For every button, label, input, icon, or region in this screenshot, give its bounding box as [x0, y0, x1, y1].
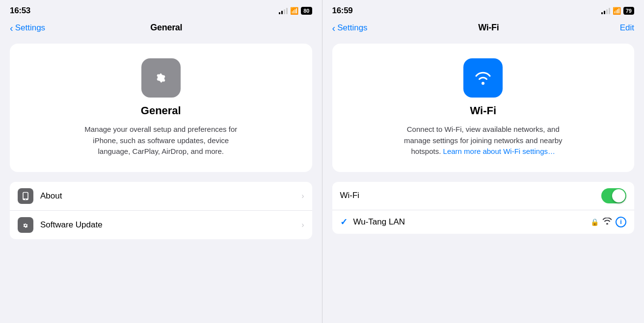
nav-bar-right: ‹ Settings Wi-Fi Edit — [322, 19, 644, 39]
battery-left: 80 — [301, 7, 312, 15]
general-panel: 16:53 📶 80 ‹ Settings General — [0, 0, 322, 323]
wifi-content: Wi-Fi Connect to Wi-Fi, view available n… — [322, 39, 644, 323]
wifi-app-icon — [463, 58, 503, 98]
wifi-network-icons: 🔒 i — [590, 217, 626, 227]
status-bar-left: 16:53 📶 80 — [0, 0, 322, 19]
about-icon — [18, 188, 33, 204]
wifi-toggle-row: Wi-Fi — [332, 182, 635, 210]
signal-bar-1 — [279, 12, 280, 14]
list-item-about[interactable]: About › — [10, 182, 312, 211]
wifi-connected-checkmark: ✓ — [340, 217, 348, 227]
signal-bar-r2 — [604, 11, 605, 14]
signal-bar-3 — [284, 9, 285, 14]
wifi-icon — [472, 67, 494, 89]
signal-bar-r4 — [609, 8, 610, 14]
signal-bar-r1 — [601, 12, 603, 14]
gear-icon — [150, 67, 172, 89]
phone-icon — [21, 191, 30, 201]
back-button-right[interactable]: ‹ Settings — [332, 23, 368, 33]
wifi-icon-left: 📶 — [290, 7, 298, 15]
chevron-left-icon: ‹ — [10, 23, 13, 33]
battery-right: 79 — [623, 7, 634, 15]
wifi-panel: 16:59 📶 79 ‹ Settings Wi-Fi Edit — [322, 0, 644, 323]
wifi-toggle[interactable] — [601, 188, 626, 203]
toggle-knob — [612, 189, 625, 202]
signal-bars-left — [279, 7, 288, 14]
general-info-card: General Manage your overall setup and pr… — [10, 44, 312, 172]
general-list: About › Software Update › — [10, 182, 312, 239]
wifi-network-name: Wu-Tang LAN — [353, 217, 585, 227]
status-icons-left: 📶 80 — [279, 7, 312, 15]
edit-button[interactable]: Edit — [610, 23, 634, 33]
svg-rect-2 — [24, 193, 27, 199]
back-button-left[interactable]: ‹ Settings — [10, 23, 45, 33]
wifi-card-desc: Connect to Wi-Fi, view available network… — [400, 124, 566, 157]
page-title-left: General — [150, 23, 182, 33]
wifi-list: Wi-Fi ✓ Wu-Tang LAN 🔒 — [332, 182, 635, 234]
signal-bar-r3 — [606, 9, 608, 14]
status-bar-right: 16:59 📶 79 — [322, 0, 644, 19]
wifi-status-icon-right: 📶 — [613, 7, 621, 15]
wifi-card-title: Wi-Fi — [470, 104, 496, 117]
software-update-label: Software Update — [40, 220, 295, 230]
svg-point-3 — [25, 199, 26, 199]
general-card-title: General — [141, 104, 181, 117]
about-label: About — [40, 191, 295, 201]
wifi-learn-more-link[interactable]: Learn more about Wi-Fi settings… — [443, 147, 555, 155]
nav-bar-left: ‹ Settings General — [0, 19, 322, 39]
wifi-bars-icon — [603, 218, 612, 224]
software-update-icon — [18, 217, 33, 233]
page-title-right: Wi-Fi — [478, 23, 499, 33]
back-label-right: Settings — [337, 23, 367, 33]
status-icons-right: 📶 79 — [601, 7, 634, 15]
general-card-desc: Manage your overall setup and preference… — [78, 124, 244, 157]
list-item-software-update[interactable]: Software Update › — [10, 211, 312, 239]
wifi-signal-icon — [603, 218, 612, 226]
lock-icon: 🔒 — [590, 218, 599, 226]
wifi-toggle-label: Wi-Fi — [340, 191, 360, 200]
signal-bar-2 — [281, 11, 283, 14]
status-time-right: 16:59 — [332, 6, 353, 16]
general-content: General Manage your overall setup and pr… — [0, 39, 322, 323]
general-app-icon — [141, 58, 181, 98]
about-chevron: › — [301, 192, 304, 200]
wifi-network-row[interactable]: ✓ Wu-Tang LAN 🔒 i — [332, 210, 635, 234]
signal-bars-right — [601, 7, 610, 14]
network-info-button[interactable]: i — [616, 217, 626, 227]
software-update-chevron: › — [301, 221, 304, 229]
chevron-left-icon-right: ‹ — [332, 23, 336, 33]
gear-small-icon — [21, 220, 30, 230]
wifi-info-card: Wi-Fi Connect to Wi-Fi, view available n… — [332, 44, 635, 172]
signal-bar-4 — [286, 8, 288, 14]
status-time-left: 16:53 — [10, 6, 30, 16]
back-label-left: Settings — [15, 23, 45, 33]
